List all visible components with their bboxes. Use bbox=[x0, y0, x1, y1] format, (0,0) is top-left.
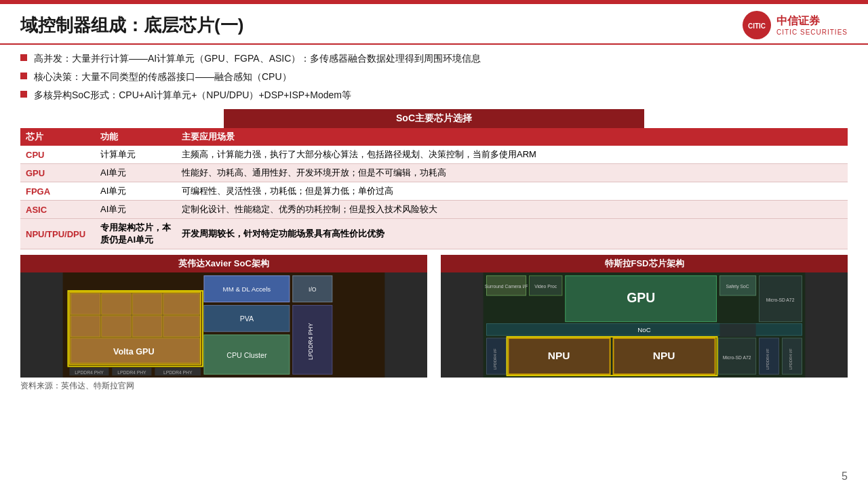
svg-rect-10 bbox=[132, 316, 162, 337]
svg-text:NPU: NPU bbox=[653, 350, 675, 361]
content-area: 高并发：大量并行计算——AI计算单元（GPU、FGPA、ASIC）：多传感器融合… bbox=[0, 45, 868, 396]
table-row: GPU AI单元 性能好、功耗高、通用性好、开发环境开放；但是不可编辑，功耗高 bbox=[20, 164, 848, 182]
logo-area: CITIC 中信证券 CITIC SECURITIES bbox=[743, 11, 848, 39]
logo-en: CITIC SECURITIES bbox=[776, 28, 848, 36]
cell-func-2: AI单元 bbox=[95, 182, 176, 201]
cell-desc-3: 定制化设计、性能稳定、优秀的功耗控制；但是投入技术风险较大 bbox=[176, 201, 848, 219]
xavier-arch-title: 英伟达Xavier SoC架构 bbox=[20, 255, 427, 272]
tesla-arch-image: Surround Camera I/F Video Proc GPU Safet… bbox=[441, 272, 848, 378]
bullet-item-2: 核心决策：大量不同类型的传感器接口——融合感知（CPU） bbox=[20, 70, 848, 84]
tesla-chip-svg: Surround Camera I/F Video Proc GPU Safet… bbox=[441, 272, 848, 378]
bullet-text-3: 多核异构SoC形式：CPU+AI计算单元+（NPU/DPU）+DSP+ISP+M… bbox=[34, 88, 351, 102]
bullet-list: 高并发：大量并行计算——AI计算单元（GPU、FGPA、ASIC）：多传感器融合… bbox=[20, 52, 848, 102]
col-chip: 芯片 bbox=[20, 128, 95, 146]
xavier-arch-box: 英伟达Xavier SoC架构 bbox=[20, 255, 427, 378]
bullet-item-3: 多核异构SoC形式：CPU+AI计算单元+（NPU/DPU）+DSP+ISP+M… bbox=[20, 88, 848, 102]
svg-rect-6 bbox=[132, 293, 162, 314]
col-desc: 主要应用场景 bbox=[176, 128, 848, 146]
logo-text: 中信证券 CITIC SECURITIES bbox=[776, 14, 848, 36]
table-row: CPU 计算单元 主频高，计算能力强，执行了大部分核心算法，包括路径规划、决策控… bbox=[20, 146, 848, 164]
svg-text:LPDDR4 PHY: LPDDR4 PHY bbox=[163, 370, 193, 375]
svg-rect-5 bbox=[102, 293, 132, 314]
svg-text:NPU: NPU bbox=[548, 350, 570, 361]
bullet-text-1: 高并发：大量并行计算——AI计算单元（GPU、FGPA、ASIC）：多传感器融合… bbox=[34, 52, 481, 66]
svg-rect-9 bbox=[102, 316, 132, 337]
svg-text:Micro-SD A72: Micro-SD A72 bbox=[766, 298, 795, 302]
cell-func-3: AI单元 bbox=[95, 201, 176, 219]
cell-chip-3: ASIC bbox=[20, 201, 95, 219]
cell-chip-0: CPU bbox=[20, 146, 95, 164]
tesla-arch-title: 特斯拉FSD芯片架构 bbox=[441, 255, 848, 272]
chip-table-header-row: 芯片 功能 主要应用场景 bbox=[20, 128, 848, 146]
col-function: 功能 bbox=[95, 128, 176, 146]
svg-text:NoC: NoC bbox=[637, 326, 650, 333]
cell-desc-1: 性能好、功耗高、通用性好、开发环境开放；但是不可编辑，功耗高 bbox=[176, 164, 848, 182]
header: 域控制器组成：底层芯片(一) CITIC 中信证券 CITIC SECURITI… bbox=[0, 4, 868, 45]
svg-rect-11 bbox=[163, 316, 199, 337]
cell-func-0: 计算单元 bbox=[95, 146, 176, 164]
svg-text:LPDDR4 I/F: LPDDR4 I/F bbox=[766, 348, 770, 370]
svg-rect-57 bbox=[719, 324, 755, 337]
logo-icon: CITIC bbox=[743, 11, 771, 39]
cell-func-4: 专用架构芯片，本质仍是AI单元 bbox=[95, 219, 176, 249]
svg-text:LPDDR4 I/F: LPDDR4 I/F bbox=[493, 348, 497, 370]
svg-text:Volta GPU: Volta GPU bbox=[113, 347, 155, 357]
cell-func-1: AI单元 bbox=[95, 164, 176, 182]
bullet-item-1: 高并发：大量并行计算——AI计算单元（GPU、FGPA、ASIC）：多传感器融合… bbox=[20, 52, 848, 66]
svg-text:GPU: GPU bbox=[627, 290, 655, 305]
svg-text:MM & DL Accels: MM & DL Accels bbox=[223, 285, 271, 293]
table-row: FPGA AI单元 可编程性、灵活性强，功耗低；但是算力低；单价过高 bbox=[20, 182, 848, 201]
svg-rect-8 bbox=[71, 316, 100, 337]
bullet-icon-1 bbox=[20, 54, 27, 61]
bullet-text-2: 核心决策：大量不同类型的传感器接口——融合感知（CPU） bbox=[34, 70, 292, 84]
chip-table: 芯片 功能 主要应用场景 CPU 计算单元 主频高，计算能力强，执行了大部分核心… bbox=[20, 128, 848, 249]
svg-text:Micro-SD A72: Micro-SD A72 bbox=[723, 355, 751, 360]
svg-text:Safety SoC: Safety SoC bbox=[726, 284, 749, 289]
cell-chip-1: GPU bbox=[20, 164, 95, 182]
soc-table-header: SoC主要芯片选择 bbox=[224, 109, 644, 128]
bullet-icon-2 bbox=[20, 73, 27, 79]
chip-table-head: 芯片 功能 主要应用场景 bbox=[20, 128, 848, 146]
svg-text:Video Proc: Video Proc bbox=[534, 284, 557, 289]
table-row: NPU/TPU/DPU 专用架构芯片，本质仍是AI单元 开发周期较长，针对特定功… bbox=[20, 219, 848, 249]
page-title: 域控制器组成：底层芯片(一) bbox=[20, 14, 243, 37]
xavier-chip-svg: Volta GPU MM & DL Accels PVA CPU Cluster… bbox=[20, 272, 427, 378]
cell-desc-4: 开发周期较长，针对特定功能场景具有高性价比优势 bbox=[176, 219, 848, 249]
soc-section: SoC主要芯片选择 芯片 功能 主要应用场景 CPU 计算单元 主频高，计算能力… bbox=[20, 109, 848, 249]
svg-text:LPDDR4 PHY: LPDDR4 PHY bbox=[75, 370, 104, 375]
svg-text:LPDDR4 PHY: LPDDR4 PHY bbox=[307, 323, 314, 360]
tesla-arch-box: 特斯拉FSD芯片架构 Surround Camera I/F Video Pro… bbox=[441, 255, 848, 378]
svg-text:CITIC: CITIC bbox=[748, 22, 766, 30]
cell-desc-0: 主频高，计算能力强，执行了大部分核心算法，包括路径规划、决策控制，当前多使用AR… bbox=[176, 146, 848, 164]
svg-text:LPDDR4 PHY: LPDDR4 PHY bbox=[117, 370, 146, 375]
chip-table-body: CPU 计算单元 主频高，计算能力强，执行了大部分核心算法，包括路径规划、决策控… bbox=[20, 146, 848, 249]
xavier-arch-image: Volta GPU MM & DL Accels PVA CPU Cluster… bbox=[20, 272, 427, 378]
svg-rect-4 bbox=[71, 293, 100, 314]
cell-chip-2: FPGA bbox=[20, 182, 95, 201]
table-row: ASIC AI单元 定制化设计、性能稳定、优秀的功耗控制；但是投入技术风险较大 bbox=[20, 201, 848, 219]
cell-chip-4: NPU/TPU/DPU bbox=[20, 219, 95, 249]
svg-rect-7 bbox=[163, 293, 199, 314]
page-number: 5 bbox=[842, 470, 848, 483]
svg-text:LPDDR4 I/F: LPDDR4 I/F bbox=[789, 348, 793, 370]
cell-desc-2: 可编程性、灵活性强，功耗低；但是算力低；单价过高 bbox=[176, 182, 848, 201]
source-text: 资料来源：英伟达、特斯拉官网 bbox=[20, 380, 848, 392]
svg-text:CPU Cluster: CPU Cluster bbox=[226, 351, 267, 359]
logo-cn: 中信证券 bbox=[776, 14, 848, 28]
bullet-icon-3 bbox=[20, 91, 27, 98]
arch-section: 英伟达Xavier SoC架构 bbox=[20, 255, 848, 378]
svg-text:PVA: PVA bbox=[240, 314, 254, 323]
svg-text:Surround Camera I/F: Surround Camera I/F bbox=[485, 284, 528, 289]
svg-text:I/O: I/O bbox=[309, 286, 317, 293]
